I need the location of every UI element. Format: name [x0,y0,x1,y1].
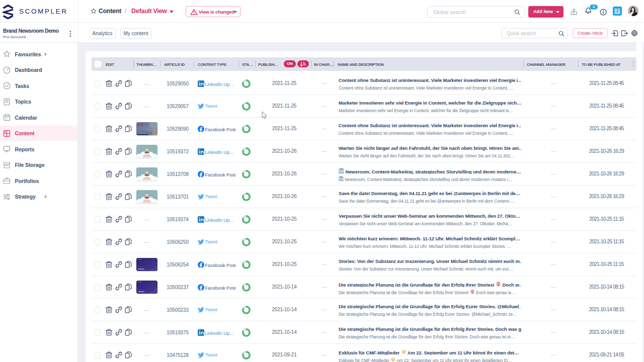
svg-text:SPNT: SPNT [138,124,144,127]
